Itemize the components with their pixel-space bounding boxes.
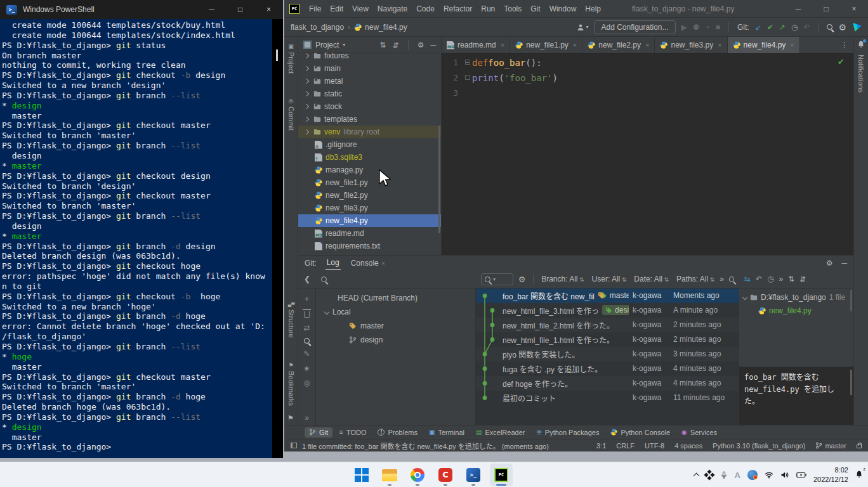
search-everywhere-icon[interactable]: [827, 24, 832, 30]
minimize-button[interactable]: ─: [784, 4, 812, 13]
hide-panel-icon[interactable]: ─: [841, 259, 847, 268]
chrome-button[interactable]: [406, 464, 429, 486]
project-tree-item[interactable]: new_file1.py: [298, 176, 441, 189]
start-button[interactable]: [350, 464, 373, 486]
status-message[interactable]: 1 file committed: foo_bar 関数を含む new_file…: [302, 441, 549, 451]
chevron-right-icon[interactable]: [304, 117, 309, 122]
menu-item-code[interactable]: Code: [412, 4, 439, 13]
search-icon[interactable]: [729, 276, 734, 282]
chevron-down-icon[interactable]: ▾: [343, 42, 345, 48]
more-filters-icon[interactable]: »: [720, 275, 724, 283]
head-branch-row[interactable]: HEAD (Current Branch): [316, 291, 475, 305]
notifications-bell-icon[interactable]: [857, 41, 865, 49]
battery-icon[interactable]: [796, 472, 806, 478]
local-group-row[interactable]: Local: [316, 305, 475, 319]
tray-sphere-icon[interactable]: [747, 470, 758, 480]
tray-app-icon[interactable]: [704, 470, 714, 481]
more-icon[interactable]: »: [305, 413, 309, 422]
commit-row[interactable]: def hoge を作った。k-ogawa4 minutes ago: [476, 376, 739, 391]
powershell-taskbar-button[interactable]: >_: [462, 464, 485, 486]
search-icon[interactable]: [304, 338, 310, 344]
menu-item-file[interactable]: File: [305, 4, 326, 13]
editor-tab-new_file4.py[interactable]: new_file4.py×: [728, 37, 800, 53]
status-item[interactable]: 3:1: [596, 442, 606, 450]
log-search-box[interactable]: ▾: [481, 273, 513, 285]
hide-panel-icon[interactable]: ─: [430, 41, 436, 49]
project-tree-item[interactable]: manage.py: [298, 164, 441, 176]
project-tree-item[interactable]: venv library root: [298, 126, 441, 138]
close-icon[interactable]: ×: [501, 41, 504, 49]
terminal-output[interactable]: create mode 100644 templates/stock/buy.h…: [0, 19, 272, 458]
commit-row[interactable]: foo_bar 関数を含む new_filmasterk-ogawaMoment…: [476, 289, 739, 303]
tool-button-todo[interactable]: ≡TODO: [335, 427, 371, 438]
project-tree-item[interactable]: requirements.txt: [298, 240, 441, 252]
cherry-pick-icon[interactable]: ⇄: [303, 323, 310, 332]
clock[interactable]: 8:02 2022/12/12: [813, 465, 848, 484]
chevron-right-icon[interactable]: [304, 53, 309, 58]
pycharm-window[interactable]: PC FileEditViewNavigateCodeRefactorRunTo…: [284, 0, 868, 451]
tool-window-project[interactable]: ▣Project: [287, 39, 295, 77]
editor-tab-new_file2.py[interactable]: new_file2.py×: [582, 37, 655, 53]
scrollbar-thumb[interactable]: [850, 370, 852, 395]
log-filter[interactable]: User: All ⇅: [592, 275, 627, 283]
menu-item-refactor[interactable]: Refactor: [439, 4, 477, 13]
breadcrumb-project[interactable]: flask_to_django: [291, 23, 344, 32]
history-clock-icon[interactable]: ◷: [767, 275, 773, 283]
project-tree-item[interactable]: metal: [298, 75, 441, 88]
tool-button-terminal[interactable]: ▣Terminal: [424, 427, 469, 438]
file-explorer-button[interactable]: [378, 464, 401, 486]
lock-icon[interactable]: [857, 445, 862, 448]
chevron-right-icon[interactable]: [304, 79, 309, 84]
fold-marker[interactable]: [465, 75, 470, 80]
tool-button-python-packages[interactable]: ≣Python Packages: [532, 427, 603, 438]
chevron-right-icon[interactable]: [304, 104, 309, 109]
commit-row[interactable]: fuga を含む .py を追加した。k-ogawa4 minutes ago: [476, 361, 739, 376]
status-item[interactable]: UTF-8: [645, 442, 664, 450]
powershell-window[interactable]: >_ Windows PowerShell ─ □ × create mode …: [0, 0, 283, 458]
branch-row-master[interactable]: master: [316, 319, 475, 333]
rollback-icon[interactable]: ↶: [756, 275, 762, 283]
collapse-left-icon[interactable]: ❮: [298, 271, 316, 288]
powershell-titlebar[interactable]: >_ Windows PowerShell ─ □ ×: [0, 0, 283, 19]
project-tree-item[interactable]: ?db3.sqlite3: [298, 151, 441, 164]
fold-marker[interactable]: −: [465, 60, 470, 65]
git-commit-check-icon[interactable]: ✔: [767, 23, 773, 32]
maximize-button[interactable]: □: [812, 4, 840, 13]
code-line[interactable]: 1−def foo_bar():: [442, 55, 853, 70]
tool-button-python-console[interactable]: Python Console: [606, 427, 674, 438]
breadcrumb-file[interactable]: new_file4.py: [365, 23, 407, 32]
close-icon[interactable]: ×: [381, 259, 385, 267]
git-settings-gear-icon[interactable]: ⚙: [826, 259, 833, 268]
diff-preview-icon[interactable]: ⇆: [744, 275, 751, 283]
close-icon[interactable]: ×: [718, 41, 721, 49]
maximize-button[interactable]: □: [226, 5, 254, 14]
scrollbar-thumb[interactable]: [850, 290, 852, 311]
user-icon[interactable]: ▾: [577, 23, 588, 31]
tool-button-problems[interactable]: !Problems: [373, 427, 421, 438]
tool-window-commit[interactable]: ◎Commit: [287, 94, 295, 134]
settings-gear-icon[interactable]: ⚙: [838, 22, 846, 32]
commit-row[interactable]: new_html_file_1.html を作った。k-ogawa2 minut…: [476, 332, 739, 347]
status-item[interactable]: 4 spaces: [674, 442, 702, 450]
expand-all-icon[interactable]: ⇅: [380, 41, 386, 49]
red-c-app-button[interactable]: C: [434, 464, 457, 486]
commit-row[interactable]: 最初のコミットk-ogawa11 minutes ago: [476, 391, 739, 405]
tray-expand-icon[interactable]: [693, 473, 699, 479]
project-tree-item[interactable]: MDreadme.md: [298, 227, 441, 240]
tool-button-excelreader[interactable]: ▤ExcelReader: [471, 427, 529, 438]
minimize-button[interactable]: ─: [197, 5, 226, 14]
chevron-right-icon[interactable]: [304, 66, 309, 71]
more-icon[interactable]: »: [779, 275, 784, 283]
pycharm-titlebar[interactable]: PC FileEditViewNavigateCodeRefactorRunTo…: [284, 0, 868, 18]
close-icon[interactable]: ×: [645, 41, 649, 49]
close-icon[interactable]: ×: [790, 41, 794, 49]
menu-item-tools[interactable]: Tools: [499, 4, 526, 13]
commit-row[interactable]: new_html_file_2.html を作った。k-ogawa2 minut…: [476, 318, 739, 332]
editor-tab-new_file1.py[interactable]: new_file1.py×: [510, 37, 582, 53]
git-update-icon[interactable]: ↙: [755, 23, 761, 32]
rollback-icon[interactable]: ↶: [803, 23, 810, 32]
edit-icon[interactable]: ✎: [303, 349, 310, 358]
browse-icon[interactable]: ◎: [303, 379, 310, 387]
status-git-branch[interactable]: master: [815, 442, 846, 450]
notification-bell-icon[interactable]: z: [855, 469, 863, 481]
